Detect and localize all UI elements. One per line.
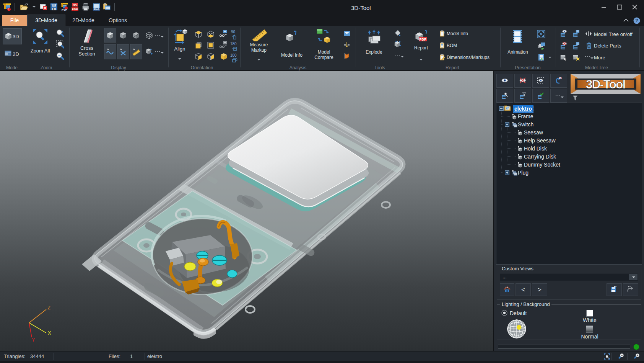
svg-text:+: +	[59, 42, 61, 46]
svg-text:3D: 3D	[73, 3, 77, 7]
svg-text:?: ?	[635, 18, 638, 23]
svg-text:PNG: PNG	[93, 8, 99, 11]
svg-text:EXE: EXE	[62, 8, 67, 11]
svg-text:i: i	[444, 31, 445, 34]
svg-text:PDF: PDF	[72, 8, 78, 11]
svg-text:Y: Y	[32, 337, 35, 343]
svg-text:3D-Tool: 3D-Tool	[586, 77, 625, 91]
svg-text:X: X	[48, 330, 51, 336]
svg-text:Z: Z	[47, 305, 50, 311]
svg-text:PDF: PDF	[420, 38, 427, 41]
